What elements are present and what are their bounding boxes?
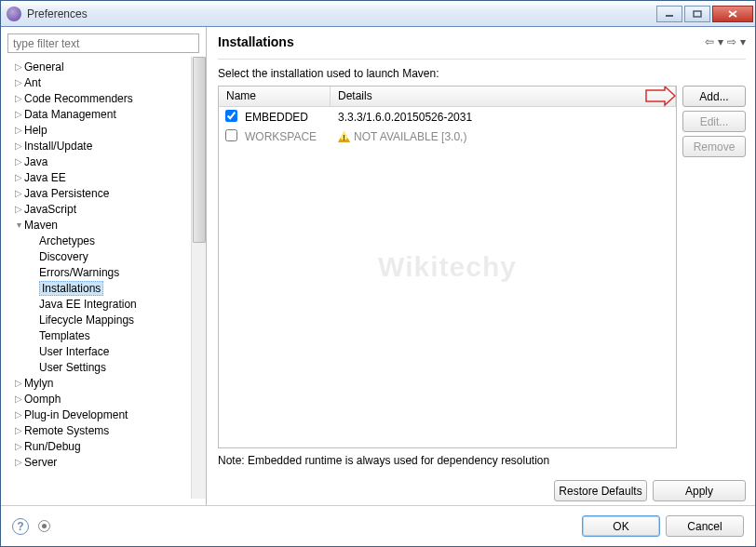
minimize-button[interactable]: [656, 6, 682, 22]
expand-icon[interactable]: ▷: [13, 457, 24, 467]
tree-item[interactable]: ▷General: [7, 59, 206, 74]
column-name[interactable]: Name: [219, 87, 331, 106]
tree-item[interactable]: ▷Server: [7, 454, 206, 470]
expand-icon[interactable]: ▷: [13, 204, 24, 214]
expand-icon[interactable]: ▷: [13, 425, 24, 435]
tree-child-item[interactable]: Java EE Integration: [7, 296, 206, 312]
tree-item-label: Oomph: [24, 393, 61, 406]
tree-item[interactable]: ▷Ant: [7, 74, 206, 90]
tree-item[interactable]: ▷Oomph: [7, 391, 206, 407]
column-details[interactable]: Details: [331, 87, 676, 106]
close-button[interactable]: [712, 6, 753, 22]
row-checkbox[interactable]: [225, 129, 237, 141]
tree-item[interactable]: ▷Data Management: [7, 106, 206, 122]
tree-item[interactable]: ▾Maven: [7, 217, 206, 233]
tree-item[interactable]: ▷Code Recommenders: [7, 90, 206, 106]
forward-menu-icon[interactable]: ▾: [740, 35, 746, 48]
tree-child-item[interactable]: Templates: [7, 327, 206, 343]
tree-item-label: Maven: [24, 219, 58, 232]
tree-child-item[interactable]: Archetypes: [7, 233, 206, 248]
expand-icon[interactable]: ▷: [13, 140, 24, 151]
tree-item-label: Plug-in Development: [24, 408, 128, 421]
tree-item[interactable]: ▷JavaScript: [7, 201, 206, 217]
tree-item[interactable]: ▷Help: [7, 122, 206, 138]
nav-arrows: ⇦▾ ⇨▾: [705, 35, 746, 48]
tree-item[interactable]: ▷Run/Debug: [7, 438, 206, 454]
back-menu-icon[interactable]: ▾: [718, 35, 723, 48]
apply-button[interactable]: Apply: [653, 480, 746, 501]
row-details: 3.3.3/1.6.0.20150526-2031: [331, 111, 472, 124]
tree-item[interactable]: ▷Remote Systems: [7, 422, 206, 438]
forward-icon[interactable]: ⇨: [727, 35, 736, 48]
tree-child-item[interactable]: Lifecycle Mappings: [7, 312, 206, 327]
page-footer-buttons: Restore Defaults Apply: [218, 474, 746, 501]
expand-icon[interactable]: ▷: [13, 125, 24, 135]
tree-item-label: Install/Update: [24, 140, 92, 153]
cancel-button[interactable]: Cancel: [666, 515, 744, 537]
row-checkbox[interactable]: [225, 110, 237, 122]
row-details: !NOT AVAILABLE [3.0,): [331, 130, 466, 143]
table-row[interactable]: WORKSPACE!NOT AVAILABLE [3.0,): [219, 127, 676, 146]
tree-item-label: Ant: [24, 76, 41, 89]
table-header: Name Details: [219, 87, 676, 107]
tree-item-label: Java EE Integration: [39, 298, 137, 311]
tree-item[interactable]: ▷Mylyn: [7, 375, 206, 391]
tree-scrollbar[interactable]: [191, 57, 206, 499]
expand-icon[interactable]: ▷: [13, 156, 24, 167]
tree-wrap: ▷General▷Ant▷Code Recommenders▷Data Mana…: [7, 57, 206, 499]
tree-scroll-thumb[interactable]: [193, 57, 206, 243]
tree-item[interactable]: ▷Java Persistence: [7, 185, 206, 201]
back-icon[interactable]: ⇦: [705, 35, 714, 48]
expand-icon[interactable]: ▷: [13, 394, 24, 404]
expand-icon[interactable]: ▷: [13, 409, 24, 420]
app-icon: [7, 7, 21, 21]
tree-item[interactable]: ▷Java: [7, 153, 206, 169]
tree-child-item[interactable]: User Settings: [7, 359, 206, 375]
tree-child-item[interactable]: Errors/Warnings: [7, 264, 206, 280]
filter-input[interactable]: [7, 33, 199, 53]
note-text: Note: Embedded runtime is always used fo…: [218, 454, 746, 467]
tree-item-label: Code Recommenders: [24, 92, 133, 105]
right-panel: Installations ⇦▾ ⇨▾ Select the installat…: [207, 27, 755, 505]
tree-item-label: User Settings: [39, 361, 106, 374]
tree-item-label: JavaScript: [24, 203, 76, 216]
tree-item-label: User Interface: [39, 345, 109, 358]
tree-item-label: Java Persistence: [24, 187, 109, 200]
expand-icon[interactable]: ▷: [13, 188, 24, 198]
expand-icon[interactable]: ▾: [13, 220, 24, 230]
expand-icon[interactable]: ▷: [13, 93, 24, 103]
edit-button[interactable]: Edit...: [682, 111, 746, 132]
side-buttons: Add... Edit... Remove: [682, 86, 746, 448]
expand-icon[interactable]: ▷: [13, 172, 24, 182]
preferences-tree[interactable]: ▷General▷Ant▷Code Recommenders▷Data Mana…: [7, 57, 206, 472]
table-body: EMBEDDED3.3.3/1.6.0.20150526-2031WORKSPA…: [219, 107, 676, 447]
tree-item-label: Archetypes: [39, 234, 95, 247]
tree-item-label: Java EE: [24, 171, 66, 184]
tree-child-item[interactable]: User Interface: [7, 343, 206, 359]
tree-item-label: Lifecycle Mappings: [39, 314, 134, 327]
tree-item[interactable]: ▷Plug-in Development: [7, 407, 206, 422]
expand-icon[interactable]: ▷: [13, 378, 24, 388]
expand-icon[interactable]: ▷: [13, 61, 24, 72]
svg-rect-1: [694, 11, 701, 17]
left-panel: ▷General▷Ant▷Code Recommenders▷Data Mana…: [1, 27, 207, 505]
add-button[interactable]: Add...: [682, 86, 746, 107]
expand-icon[interactable]: ▷: [13, 109, 24, 119]
tree-item-label: Java: [24, 155, 47, 168]
titlebar: Preferences: [1, 1, 755, 27]
tree-child-item[interactable]: Discovery: [7, 248, 206, 264]
remove-button[interactable]: Remove: [682, 136, 746, 157]
restore-defaults-button[interactable]: Restore Defaults: [554, 480, 647, 501]
status-icon[interactable]: [38, 520, 50, 532]
ok-button[interactable]: OK: [582, 515, 660, 537]
help-icon[interactable]: ?: [12, 518, 29, 535]
maximize-button[interactable]: [684, 6, 710, 22]
tree-item-label: Templates: [39, 329, 90, 342]
page-description: Select the installation used to launch M…: [218, 67, 746, 80]
table-row[interactable]: EMBEDDED3.3.3/1.6.0.20150526-2031: [219, 107, 676, 127]
expand-icon[interactable]: ▷: [13, 441, 24, 451]
expand-icon[interactable]: ▷: [13, 77, 24, 87]
tree-item[interactable]: ▷Install/Update: [7, 138, 206, 153]
tree-item[interactable]: ▷Java EE: [7, 169, 206, 185]
tree-child-item[interactable]: Installations: [7, 280, 206, 296]
